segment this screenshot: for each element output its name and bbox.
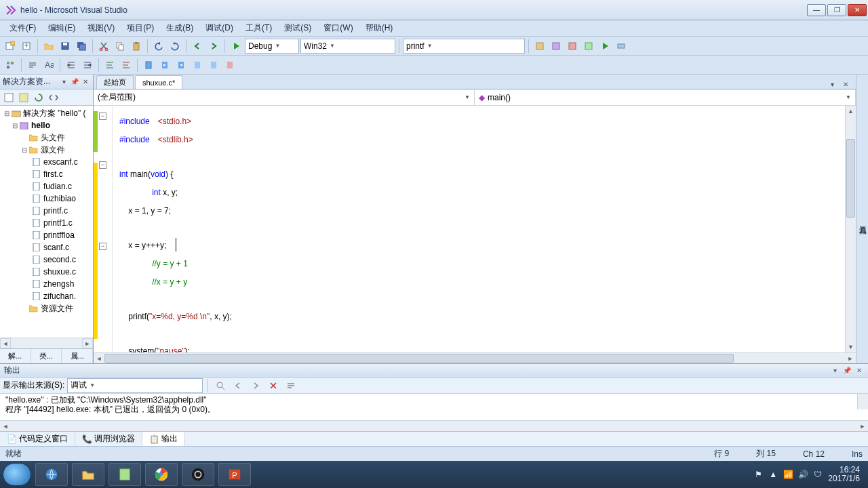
tray-flag-icon[interactable]: ⚑ bbox=[753, 470, 763, 479]
btn-e[interactable] bbox=[597, 39, 612, 54]
tray-network-icon[interactable]: 📶 bbox=[783, 470, 793, 479]
tree-file[interactable]: exscanf.c bbox=[0, 156, 93, 168]
bookmark-clear-button[interactable] bbox=[222, 58, 237, 73]
cut-button[interactable] bbox=[96, 39, 111, 54]
start-button[interactable] bbox=[3, 463, 31, 486]
tree-file[interactable]: second.c bbox=[0, 253, 93, 266]
menu-edit[interactable]: 编辑(E) bbox=[43, 21, 81, 35]
add-item-button[interactable]: + bbox=[19, 39, 34, 54]
uncomment-button[interactable] bbox=[119, 58, 134, 73]
menu-build[interactable]: 生成(B) bbox=[161, 21, 199, 35]
find-combo[interactable]: printf▼ bbox=[403, 39, 525, 54]
paste-button[interactable] bbox=[129, 39, 144, 54]
tab-props[interactable]: 属... bbox=[62, 349, 93, 363]
tree-file[interactable]: shuxue.c bbox=[0, 266, 93, 278]
bookmark-nextdoc-button[interactable] bbox=[206, 58, 221, 73]
tree-file[interactable]: first.c bbox=[0, 168, 93, 180]
tab-call-browser[interactable]: 📞调用浏览器 bbox=[75, 432, 142, 446]
menu-window[interactable]: 窗口(W) bbox=[318, 21, 358, 35]
tab-class[interactable]: 类... bbox=[31, 349, 62, 363]
output-prev-button[interactable] bbox=[231, 378, 245, 393]
tree-file[interactable]: fuzhibiao bbox=[0, 192, 93, 205]
tree-file[interactable]: zhengsh bbox=[0, 278, 93, 290]
tree-file[interactable]: printf.c bbox=[0, 205, 93, 217]
tree-folder-sources[interactable]: ⊟源文件 bbox=[0, 144, 93, 156]
btn-c[interactable] bbox=[565, 39, 580, 54]
comment-button[interactable] bbox=[102, 58, 117, 73]
save-all-button[interactable] bbox=[74, 39, 89, 54]
scope-combo[interactable]: (全局范围)▼ bbox=[94, 89, 475, 105]
start-debug-button[interactable] bbox=[229, 39, 243, 54]
task-notepadpp[interactable] bbox=[108, 463, 141, 486]
output-wrap-button[interactable] bbox=[283, 378, 298, 393]
task-ie[interactable] bbox=[35, 463, 68, 486]
task-obs[interactable] bbox=[182, 463, 214, 486]
tray-shield-icon[interactable]: 🛡 bbox=[813, 470, 823, 479]
object-browser-button[interactable] bbox=[3, 58, 18, 73]
menu-debug[interactable]: 调试(D) bbox=[200, 21, 239, 35]
properties-button[interactable] bbox=[3, 92, 15, 104]
tray-clock[interactable]: 16:24 2017/1/6 bbox=[828, 466, 860, 483]
btn-b[interactable] bbox=[549, 39, 564, 54]
editor-vscroll[interactable]: ▲▼ bbox=[845, 106, 856, 352]
menu-test[interactable]: 测试(S) bbox=[279, 21, 317, 35]
code-editor[interactable]: − − − #include <stdio.h> #include <stdli… bbox=[94, 106, 856, 352]
output-source-combo[interactable]: 调试▼ bbox=[67, 378, 203, 393]
tab-output[interactable]: 📋输出 bbox=[142, 432, 185, 446]
tree-solution[interactable]: ⊟解决方案 "hello" ( bbox=[0, 107, 93, 119]
refresh-button[interactable] bbox=[33, 92, 45, 104]
tree-file[interactable]: printffloa bbox=[0, 229, 93, 241]
btn-a[interactable] bbox=[532, 39, 547, 54]
indent-dec-button[interactable] bbox=[64, 58, 79, 73]
output-dropdown-button[interactable]: ▾ bbox=[830, 366, 840, 375]
panel-dropdown-button[interactable]: ▾ bbox=[59, 77, 68, 87]
view-code-button[interactable] bbox=[47, 92, 60, 104]
output-hscroll[interactable]: ◄► bbox=[0, 420, 868, 431]
output-find-button[interactable] bbox=[213, 378, 228, 393]
bookmark-prev-button[interactable] bbox=[157, 58, 172, 73]
tab-startpage[interactable]: 起始页 bbox=[96, 75, 134, 89]
bookmark-toggle-button[interactable] bbox=[141, 58, 156, 73]
output-next-button[interactable] bbox=[248, 378, 263, 393]
panel-pin-button[interactable]: 📌 bbox=[70, 77, 79, 87]
output-text[interactable]: "hello.exe" : 已加载 "C:\Windows\System32\a… bbox=[0, 394, 868, 420]
tab-close-button[interactable]: ✕ bbox=[841, 79, 850, 89]
tab-shuxue[interactable]: shuxue.c* bbox=[135, 75, 182, 89]
tray-up-icon[interactable]: ▲ bbox=[768, 470, 778, 479]
tree-folder-resources[interactable]: 资源文件 bbox=[0, 302, 93, 314]
tree-folder-headers[interactable]: 头文件 bbox=[0, 131, 93, 144]
redo-button[interactable] bbox=[167, 39, 182, 54]
maximize-button[interactable]: ❐ bbox=[827, 4, 846, 16]
tray-volume-icon[interactable]: 🔊 bbox=[798, 470, 808, 479]
tab-dropdown-button[interactable]: ▾ bbox=[827, 79, 837, 89]
output-clear-button[interactable] bbox=[266, 378, 281, 393]
tab-code-def[interactable]: 📄代码定义窗口 bbox=[0, 432, 75, 446]
tree-file[interactable]: printf1.c bbox=[0, 217, 93, 229]
tree-project[interactable]: ⊟hello bbox=[0, 119, 93, 131]
platform-combo[interactable]: Win32▼ bbox=[300, 39, 395, 54]
panel-close-button[interactable]: ✕ bbox=[81, 77, 90, 87]
btn-d[interactable] bbox=[581, 39, 596, 54]
tree-file[interactable]: fudian.c bbox=[0, 180, 93, 192]
save-button[interactable] bbox=[58, 39, 73, 54]
minimize-button[interactable]: — bbox=[807, 4, 826, 16]
close-button[interactable]: ✕ bbox=[848, 4, 867, 16]
nav-back-button[interactable] bbox=[190, 39, 205, 54]
task-explorer[interactable] bbox=[72, 463, 104, 486]
wordwrap-button[interactable] bbox=[25, 58, 40, 73]
solution-hscroll[interactable]: ◄► bbox=[0, 338, 93, 348]
solution-tree[interactable]: ⊟解决方案 "hello" ( ⊟hello 头文件 ⊟源文件 exscanf.… bbox=[0, 106, 93, 338]
nav-fwd-button[interactable] bbox=[206, 39, 221, 54]
casesens-button[interactable]: Aa bbox=[41, 58, 56, 73]
indent-inc-button[interactable] bbox=[80, 58, 95, 73]
bookmark-next-button[interactable] bbox=[174, 58, 189, 73]
show-all-button[interactable] bbox=[18, 92, 30, 104]
system-tray[interactable]: ⚑ ▲ 📶 🔊 🛡 16:24 2017/1/6 bbox=[753, 466, 865, 483]
undo-button[interactable] bbox=[151, 39, 166, 54]
bookmark-prevdoc-button[interactable] bbox=[190, 58, 205, 73]
tab-solution[interactable]: 解... bbox=[0, 349, 31, 363]
toolbox-tab[interactable]: 工具箱 bbox=[856, 75, 868, 363]
menu-view[interactable]: 视图(V) bbox=[82, 21, 120, 35]
task-ppt[interactable]: P bbox=[218, 463, 251, 486]
member-combo[interactable]: ◆main()▼ bbox=[475, 89, 856, 105]
